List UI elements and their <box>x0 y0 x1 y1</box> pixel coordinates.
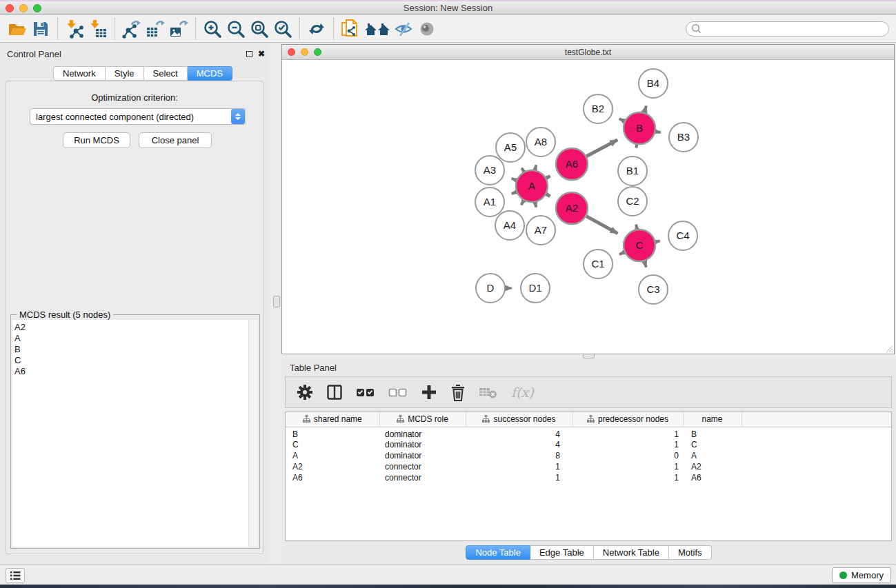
eye-slash-icon <box>393 19 415 39</box>
save-session-button[interactable] <box>29 18 52 40</box>
mcds-result-item[interactable]: A2 <box>14 322 248 333</box>
column-header-shared-name[interactable]: shared name <box>286 412 379 427</box>
mcds-result-title: MCDS result (5 nodes) <box>17 310 113 320</box>
mcds-result-item[interactable]: A6 <box>14 366 248 377</box>
float-panel-icon[interactable] <box>246 51 252 57</box>
import-network-button[interactable] <box>63 18 86 40</box>
mcds-result-item[interactable]: B <box>14 344 248 355</box>
node-label-C4: C4 <box>676 230 689 241</box>
run-mcds-button[interactable]: Run MCDS <box>63 132 130 148</box>
table-row[interactable]: Bdominator41B <box>286 427 891 439</box>
zoom-selected-button[interactable] <box>271 18 295 40</box>
edge-B-B1[interactable] <box>636 145 637 148</box>
tab-node-table[interactable]: Node Table <box>466 545 530 560</box>
table-row[interactable]: Adominator80A <box>286 450 891 461</box>
settings-gear-icon[interactable] <box>297 384 313 401</box>
export-network-button[interactable] <box>120 18 143 40</box>
edge-A-A4[interactable] <box>521 201 524 205</box>
table-row[interactable]: A6connector11A6 <box>286 472 891 483</box>
tab-edge-table[interactable]: Edge Table <box>530 545 594 560</box>
node-label-B4: B4 <box>647 77 659 89</box>
tab-select[interactable]: Select <box>144 66 188 81</box>
mcds-result-list: A2ABCA6 <box>12 320 248 547</box>
column-header-MCDS-role[interactable]: MCDS role <box>379 412 466 427</box>
column-header-successor-nodes[interactable]: successor nodes <box>466 412 573 427</box>
refresh-view-button[interactable] <box>305 18 328 40</box>
export-table-button[interactable] <box>143 18 167 40</box>
close-panel-icon[interactable]: ✖ <box>258 49 265 59</box>
zoom-out-button[interactable] <box>224 18 248 40</box>
table-row[interactable]: Cdominator41C <box>286 439 891 450</box>
edge-B-B3[interactable] <box>656 132 661 132</box>
edge-A-A5[interactable] <box>521 168 524 172</box>
mcds-result-item[interactable]: A <box>14 333 248 344</box>
home-button[interactable] <box>362 18 392 40</box>
edge-B-B2[interactable] <box>619 119 624 121</box>
edge-A6-B[interactable] <box>586 140 617 156</box>
node-label-C2: C2 <box>626 195 639 207</box>
delete-table-icon[interactable] <box>479 385 498 400</box>
edge-C-C1[interactable] <box>619 252 624 254</box>
hide-panels-button[interactable] <box>392 18 416 40</box>
table-cell: A2 <box>683 461 741 472</box>
export-image-button[interactable] <box>167 18 190 40</box>
task-history-button[interactable] <box>6 568 25 583</box>
edge-A-A1[interactable] <box>512 192 517 194</box>
tab-mcds[interactable]: MCDS <box>188 66 232 81</box>
toolbar-separator <box>333 18 334 40</box>
edge-C-C4[interactable] <box>655 241 659 241</box>
network-graph[interactable]: B4B2BB3A8A5A6A3B1AA1C2A2A4A7C4CC1C3DD1 <box>282 60 894 354</box>
show-panels-button[interactable] <box>416 18 439 40</box>
criterion-dropdown[interactable]: largest connected component (directed) <box>30 108 246 125</box>
column-header-name[interactable]: name <box>683 412 741 427</box>
zoom-fit-button[interactable] <box>248 18 271 40</box>
network-window-titlebar: testGlobe.txt <box>282 45 894 60</box>
tab-style[interactable]: Style <box>106 66 144 81</box>
network-from-document-button[interactable] <box>339 18 362 40</box>
deselect-all-icon[interactable] <box>388 384 408 401</box>
memory-button[interactable]: Memory <box>832 567 891 583</box>
tab-motifs[interactable]: Motifs <box>669 545 712 560</box>
edge-A-A7[interactable] <box>535 203 536 207</box>
edge-A-A2[interactable] <box>546 194 550 196</box>
delete-column-icon[interactable] <box>450 383 466 401</box>
edge-A-A3[interactable] <box>512 179 517 181</box>
edge-A-A8[interactable] <box>535 165 536 170</box>
split-columns-icon[interactable] <box>326 384 343 401</box>
table-row[interactable]: A2connector11A2 <box>286 461 891 472</box>
tab-network-table[interactable]: Network Table <box>594 545 669 560</box>
add-column-icon[interactable] <box>421 384 437 401</box>
import-table-icon <box>88 19 108 39</box>
edge-C-C3[interactable] <box>644 261 646 267</box>
edge-A-A6[interactable] <box>546 176 550 178</box>
import-table-button[interactable] <box>86 18 110 40</box>
session-title: Session: New Session <box>0 3 896 13</box>
table-cell: C <box>286 439 379 450</box>
vertical-split-handle[interactable] <box>273 296 280 307</box>
network-view-window: testGlobe.txt B4B2BB3A8A5A6A3B1AA1C2A2A4… <box>281 44 895 354</box>
edge-A2-C[interactable] <box>586 216 617 234</box>
close-panel-button[interactable]: Close panel <box>139 132 212 148</box>
node-label-B2: B2 <box>592 103 604 114</box>
tab-network[interactable]: Network <box>53 66 106 81</box>
node-label-A1: A1 <box>484 196 496 207</box>
select-all-icon[interactable] <box>356 384 375 401</box>
table-cell: A2 <box>286 461 379 472</box>
open-session-button[interactable] <box>6 18 29 40</box>
window-resize-grip[interactable] <box>884 343 893 353</box>
mcds-result-item[interactable]: C <box>14 355 248 366</box>
search-input[interactable] <box>703 23 888 35</box>
node-label-A2: A2 <box>566 202 578 214</box>
network-canvas[interactable]: B4B2BB3A8A5A6A3B1AA1C2A2A4A7C4CC1C3DD1 <box>282 60 894 354</box>
mcds-result-scrollbar[interactable] <box>248 320 258 547</box>
mcds-panel: Optimization criterion: largest connecte… <box>6 81 263 554</box>
column-header-predecessor-nodes[interactable]: predecessor nodes <box>573 412 683 427</box>
search-box[interactable] <box>686 21 889 37</box>
refresh-icon <box>306 19 327 39</box>
zoom-in-button[interactable] <box>201 18 224 40</box>
edge-B-B4[interactable] <box>644 105 646 112</box>
desktop-wallpaper-strip <box>0 585 896 588</box>
import-network-icon <box>64 19 85 39</box>
node-label-B1: B1 <box>626 165 639 176</box>
edge-C-C2[interactable] <box>636 225 637 230</box>
